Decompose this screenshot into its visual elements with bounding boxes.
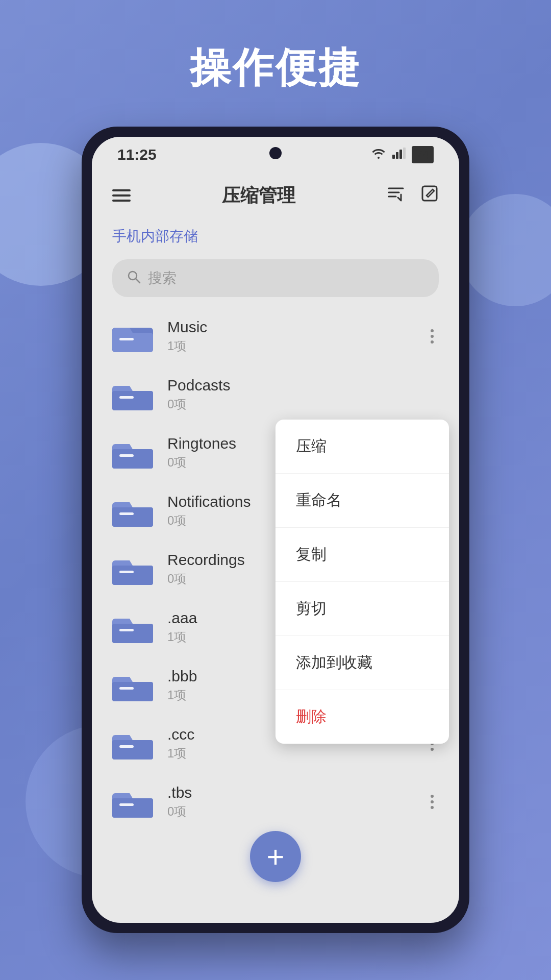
list-item[interactable]: .tbs 0项 <box>92 773 459 831</box>
svg-rect-25 <box>112 740 153 760</box>
app-title: 压缩管理 <box>222 183 295 208</box>
file-count: 0项 <box>167 396 439 412</box>
sort-button[interactable] <box>387 184 405 207</box>
battery-icon: 74 <box>412 146 434 163</box>
file-count: 1项 <box>167 745 425 762</box>
svg-rect-26 <box>119 745 134 748</box>
more-options-button[interactable] <box>425 790 439 814</box>
svg-rect-14 <box>119 396 134 399</box>
search-bar[interactable]: 搜索 <box>112 259 439 297</box>
svg-rect-19 <box>112 566 153 585</box>
svg-rect-27 <box>112 798 153 818</box>
file-count: 1项 <box>167 338 425 354</box>
file-info: .tbs 0项 <box>167 784 425 820</box>
wifi-icon <box>371 148 386 162</box>
more-options-button[interactable] <box>425 324 439 349</box>
breadcrumb: 手机内部存储 <box>92 218 459 254</box>
folder-icon <box>112 726 153 762</box>
file-info: Music 1项 <box>167 318 425 354</box>
svg-rect-22 <box>119 629 134 631</box>
svg-rect-3 <box>403 148 406 159</box>
signal-icon <box>392 148 406 162</box>
breadcrumb-text: 手机内部存储 <box>112 228 198 244</box>
phone-mockup: 11:25 74 <box>82 127 469 933</box>
phone-screen: 11:25 74 <box>92 137 459 923</box>
file-name: Podcasts <box>167 377 439 394</box>
fab-add-button[interactable]: + <box>250 831 301 882</box>
menu-item-rename[interactable]: 重命名 <box>276 474 449 528</box>
folder-icon <box>112 493 153 529</box>
search-placeholder: 搜索 <box>148 268 177 288</box>
svg-rect-16 <box>119 454 134 457</box>
svg-rect-23 <box>112 682 153 701</box>
folder-icon <box>112 551 153 587</box>
file-name: Music <box>167 318 425 336</box>
svg-rect-1 <box>396 152 398 159</box>
bg-circle-2 <box>459 194 551 306</box>
svg-rect-2 <box>399 150 402 159</box>
svg-rect-15 <box>112 449 153 469</box>
app-header: 压缩管理 <box>92 173 459 218</box>
file-list: Music 1项 Podcasts 0项 <box>92 307 459 923</box>
folder-icon <box>112 668 153 703</box>
status-time: 11:25 <box>117 146 157 163</box>
file-name: .tbs <box>167 784 425 801</box>
folder-icon <box>112 784 153 820</box>
menu-item-compress[interactable]: 压缩 <box>276 420 449 474</box>
camera-notch <box>269 147 282 159</box>
svg-rect-28 <box>119 803 134 806</box>
svg-rect-7 <box>422 186 437 201</box>
page-title: 操作便捷 <box>190 41 361 96</box>
menu-item-cut[interactable]: 剪切 <box>276 582 449 636</box>
menu-item-copy[interactable]: 复制 <box>276 528 449 582</box>
hamburger-menu-icon[interactable] <box>112 189 131 202</box>
svg-rect-13 <box>112 391 153 410</box>
list-item[interactable]: Podcasts 0项 <box>92 365 459 424</box>
svg-rect-17 <box>112 507 153 527</box>
file-count: 0项 <box>167 803 425 820</box>
search-icon <box>127 270 141 287</box>
menu-item-delete[interactable]: 删除 <box>276 690 449 744</box>
menu-item-favorite[interactable]: 添加到收藏 <box>276 636 449 690</box>
file-info: Podcasts 0项 <box>167 377 439 412</box>
svg-rect-20 <box>119 571 134 573</box>
folder-icon <box>112 609 153 645</box>
context-menu: 压缩 重命名 复制 剪切 添加到收藏 删除 <box>276 420 449 744</box>
svg-rect-0 <box>392 155 395 159</box>
edit-button[interactable] <box>420 184 439 207</box>
folder-icon <box>112 435 153 471</box>
header-actions <box>387 184 439 207</box>
folder-icon <box>112 318 153 354</box>
svg-rect-21 <box>112 624 153 643</box>
svg-line-9 <box>136 279 140 283</box>
svg-rect-12 <box>119 338 134 340</box>
svg-rect-18 <box>119 512 134 515</box>
list-item[interactable]: Music 1项 <box>92 307 459 365</box>
status-icons: 74 <box>371 146 434 163</box>
svg-rect-24 <box>119 687 134 690</box>
folder-icon <box>112 377 153 412</box>
